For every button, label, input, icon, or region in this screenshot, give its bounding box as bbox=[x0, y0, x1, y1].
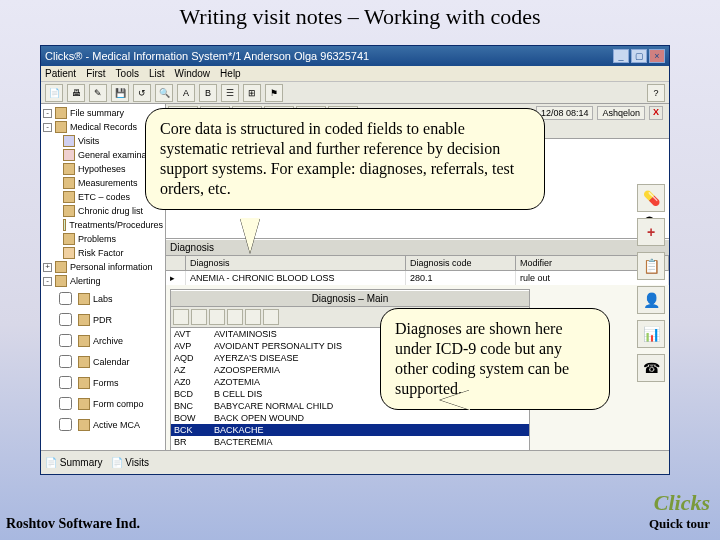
action-notes-icon[interactable]: 📋 bbox=[637, 252, 665, 280]
header-info: Visits in RY Lederberg 12/08 08:14 Ashqe… bbox=[536, 106, 663, 120]
menu-patient[interactable]: Patient bbox=[45, 68, 76, 79]
toolbar-button[interactable]: 💾 bbox=[111, 84, 129, 102]
row-code: 280.1 bbox=[406, 271, 516, 285]
tree-item[interactable]: +Personal information bbox=[43, 260, 163, 274]
list-item[interactable]: BCKBACKACHE bbox=[171, 424, 529, 436]
tree-item[interactable]: Active MCA bbox=[43, 414, 163, 435]
doc-icon bbox=[63, 219, 66, 231]
picker-btn[interactable] bbox=[209, 309, 225, 325]
close-icon[interactable]: X bbox=[649, 106, 663, 120]
picker-title: Diagnosis – Main bbox=[171, 290, 529, 307]
diagnosis-columns: Diagnosis Diagnosis code Modifier bbox=[166, 256, 669, 271]
company-label: Roshtov Software Ind. bbox=[6, 516, 140, 532]
doc-icon bbox=[78, 314, 90, 326]
location-label: Ashqelon bbox=[597, 106, 645, 120]
menu-first[interactable]: First bbox=[86, 68, 105, 79]
titlebar: Clicks® - Medical Information System*/1 … bbox=[41, 46, 669, 66]
main-toolbar: 📄 🖶 ✎ 💾 ↺ 🔍 A B ☰ ⊞ ⚑ ? bbox=[41, 82, 669, 104]
tree-item[interactable]: -Alerting bbox=[43, 274, 163, 288]
doc-icon bbox=[63, 163, 75, 175]
folder-icon bbox=[55, 107, 67, 119]
doc-icon bbox=[78, 356, 90, 368]
doc-icon bbox=[63, 191, 75, 203]
action-pills-icon[interactable]: 💊 bbox=[637, 184, 665, 212]
tree-item[interactable]: Form compo bbox=[43, 393, 163, 414]
status-bar: 📄 Summary 📄 Visits bbox=[41, 450, 669, 474]
window-title: Clicks® - Medical Information System*/1 … bbox=[45, 50, 611, 62]
toolbar-button[interactable]: ⚑ bbox=[265, 84, 283, 102]
restore-button[interactable]: ▢ bbox=[631, 49, 647, 63]
status-visits[interactable]: 📄 Visits bbox=[111, 457, 150, 468]
menu-window[interactable]: Window bbox=[175, 68, 211, 79]
doc-icon bbox=[63, 149, 75, 161]
picker-btn[interactable] bbox=[245, 309, 261, 325]
tree-checkbox[interactable] bbox=[59, 418, 72, 431]
folder-icon bbox=[55, 261, 67, 273]
minimize-button[interactable]: _ bbox=[613, 49, 629, 63]
menu-bar: Patient First Tools List Window Help bbox=[41, 66, 669, 82]
tree-item[interactable]: Chronic drug list bbox=[43, 204, 163, 218]
tree-item[interactable]: Problems bbox=[43, 232, 163, 246]
row-marker: ▸ bbox=[166, 271, 186, 285]
right-action-buttons: 💊 + 📋 👤 📊 ☎ bbox=[637, 184, 665, 382]
picker-btn[interactable] bbox=[173, 309, 189, 325]
diagnosis-row[interactable]: ▸ ANEMIA - CHRONIC BLOOD LOSS 280.1 rule… bbox=[166, 271, 669, 285]
callout-core-data: Core data is structured in coded fields … bbox=[145, 108, 545, 210]
toolbar-button[interactable]: 📄 bbox=[45, 84, 63, 102]
tree-item[interactable]: Calendar bbox=[43, 351, 163, 372]
action-plus-icon[interactable]: + bbox=[637, 218, 665, 246]
menu-help[interactable]: Help bbox=[220, 68, 241, 79]
list-item[interactable]: BRBACTEREMIA bbox=[171, 436, 529, 448]
toolbar-button[interactable]: 🖶 bbox=[67, 84, 85, 102]
tree-item[interactable]: Forms bbox=[43, 372, 163, 393]
status-summary[interactable]: 📄 Summary bbox=[45, 457, 103, 468]
collapse-icon[interactable]: - bbox=[43, 109, 52, 118]
tree-item[interactable]: Labs bbox=[43, 288, 163, 309]
timestamp: 12/08 08:14 bbox=[536, 106, 594, 120]
col-blank bbox=[166, 256, 186, 271]
tree-item[interactable]: Archive bbox=[43, 330, 163, 351]
list-item[interactable]: BOWBACK OPEN WOUND bbox=[171, 412, 529, 424]
action-patient-icon[interactable]: 👤 bbox=[637, 286, 665, 314]
slide-footer: Roshtov Software Ind. Clicks Quick tour bbox=[6, 490, 710, 532]
tree-checkbox[interactable] bbox=[59, 313, 72, 326]
doc-icon bbox=[78, 377, 90, 389]
col-code[interactable]: Diagnosis code bbox=[406, 256, 516, 271]
menu-list[interactable]: List bbox=[149, 68, 165, 79]
tree-checkbox[interactable] bbox=[59, 355, 72, 368]
tree-checkbox[interactable] bbox=[59, 292, 72, 305]
tree-checkbox[interactable] bbox=[59, 334, 72, 347]
doc-icon bbox=[78, 335, 90, 347]
tree-checkbox[interactable] bbox=[59, 376, 72, 389]
toolbar-button[interactable]: ⊞ bbox=[243, 84, 261, 102]
callout-tail bbox=[440, 390, 470, 410]
toolbar-button[interactable]: A bbox=[177, 84, 195, 102]
tree-item[interactable]: PDR bbox=[43, 309, 163, 330]
window-close-button[interactable]: × bbox=[649, 49, 665, 63]
picker-btn[interactable] bbox=[263, 309, 279, 325]
collapse-icon[interactable]: - bbox=[43, 277, 52, 286]
quick-tour-label: Quick tour bbox=[649, 516, 710, 532]
doc-icon bbox=[63, 135, 75, 147]
tree-checkbox[interactable] bbox=[59, 397, 72, 410]
toolbar-button[interactable]: ? bbox=[647, 84, 665, 102]
expand-icon[interactable]: + bbox=[43, 263, 52, 272]
tree-item[interactable]: -File summary bbox=[43, 106, 163, 120]
action-chart-icon[interactable]: 📊 bbox=[637, 320, 665, 348]
picker-btn[interactable] bbox=[227, 309, 243, 325]
row-diagnosis: ANEMIA - CHRONIC BLOOD LOSS bbox=[186, 271, 406, 285]
col-diagnosis[interactable]: Diagnosis bbox=[186, 256, 406, 271]
toolbar-button[interactable]: 🔍 bbox=[155, 84, 173, 102]
toolbar-button[interactable]: ☰ bbox=[221, 84, 239, 102]
toolbar-button[interactable]: ↺ bbox=[133, 84, 151, 102]
brand-logo: Clicks bbox=[649, 490, 710, 516]
toolbar-button[interactable]: ✎ bbox=[89, 84, 107, 102]
tree-item[interactable]: Risk Factor bbox=[43, 246, 163, 260]
toolbar-button[interactable]: B bbox=[199, 84, 217, 102]
action-phone-icon[interactable]: ☎ bbox=[637, 354, 665, 382]
menu-tools[interactable]: Tools bbox=[116, 68, 139, 79]
tree-item[interactable]: Treatments/Procedures bbox=[43, 218, 163, 232]
doc-icon bbox=[78, 419, 90, 431]
collapse-icon[interactable]: - bbox=[43, 123, 52, 132]
picker-btn[interactable] bbox=[191, 309, 207, 325]
